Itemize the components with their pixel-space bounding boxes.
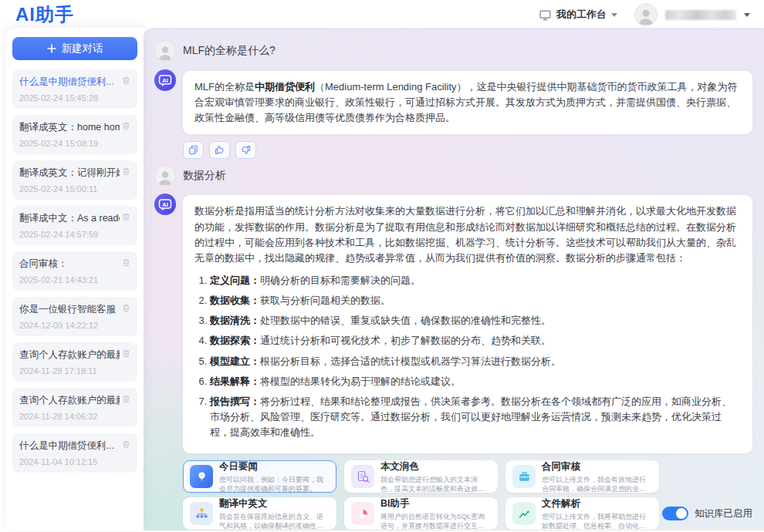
conversation-item[interactable]: 你是一位银行智能客服，... 2024-12-09 14:22:12 [12,297,137,336]
conversation-time: 2024-11-28 17:18:11 [19,366,130,375]
conversation-list: 什么是中期借贷便利... 2025-02-24 15:45:28 翻译成英文：h… [12,69,137,473]
conversation-item[interactable]: 什么是中期借贷便利... 2025-02-24 15:45:28 [12,69,137,109]
ai-avatar: AI [154,69,176,91]
feature-card-bi[interactable]: BI助手 将用户的自然语言转化为SQL查询语句，并直接与数据库进行交互，返回智能… [344,497,498,530]
new-chat-button[interactable]: 新建对话 [12,37,137,60]
feature-desc: 您可以上传文件，我将帮助您进行如数据处理、信息检索、自动化办公等。 [542,512,652,530]
analysis-steps-list: 定义问题：明确分析的目标和需要解决的问题。 数据收集：获取与分析问题相关的数据。… [194,273,741,440]
lightbulb-icon [190,465,213,488]
conversation-item[interactable]: 翻译成英文：home home 2025-02-24 15:08:19 [12,115,137,154]
step-item: 模型建立：根据分析目标，选择合适的统计模型或机器学习算法进行数据分析。 [210,354,741,369]
user-menu[interactable] [634,3,750,26]
knowledge-toggle-label: 知识库已启用 [695,507,752,520]
plus-icon [47,44,56,53]
user-message-text: 数据分析 [183,169,226,183]
conversation-time: 2024-12-09 14:22:12 [19,321,130,330]
feature-card-grid: 今日要闻 您可以问我，例如：今日要闻，我会尽力提供准确和可靠的答案。 本文润色 … [183,460,659,530]
conversation-item[interactable]: 合同审核： 2025-02-21 14:43:21 [12,251,137,291]
knowledge-base-toggle-group: 知识库已启用 [662,507,752,520]
feature-title: 本文润色 [380,460,491,473]
svg-text:AI: AI [162,201,168,208]
feature-card-translate[interactable]: 翻译中英文 我会旨在保留原始信息的含义、语气和风格，以确保翻译的准确性和自然流畅… [183,497,336,530]
feature-title: 今日要闻 [219,460,330,473]
conversation-title: 查询个人存款账户的最新... [19,394,120,407]
conversation-title: 你是一位银行智能客服，... [19,303,120,316]
ai-response-card: MLF的全称是中期借贷便利（Medium-term Lending Facili… [183,71,752,134]
svg-text:AI: AI [162,77,168,84]
conversation-title: 合同审核： [19,258,120,271]
user-message: 数据分析 [154,165,752,187]
conversation-item[interactable]: 翻译成中文：As a reader... 2025-02-24 14:57:59 [12,206,137,245]
chevron-down-icon [611,13,617,17]
trend-up-icon [512,502,536,525]
main-chat-panel: MLF的全称是什么? AI MLF的全称是中期借贷便利（Medium-term … [144,28,764,530]
step-item: 报告撰写：将分析过程、结果和结论整理成报告，供决策者参考。数据分析在各个领域都有… [210,394,741,440]
step-item: 数据收集：获取与分析问题相关的数据。 [210,293,741,308]
conversation-title: 翻译成中文：As a reader... [19,212,120,225]
conversation-title: 查询个人存款账户的最新... [19,348,120,362]
feature-title: 文件解析 [542,497,652,510]
pie-chart-icon [351,502,374,525]
step-item: 数据探索：通过统计分析和可视化技术，初步了解数据的分布、趋势和关联。 [210,333,741,348]
user-avatar [154,40,176,62]
workspace-label: 我的工作台 [556,8,607,22]
trash-icon[interactable] [121,121,131,131]
ai-message: AI 数据分析是指用适当的统计分析方法对收集来的大量数据进行分析，将它们加以汇总… [154,194,752,453]
ai-response-card: 数据分析是指用适当的统计分析方法对收集来的大量数据进行分析，将它们加以汇总和理解… [183,195,752,453]
app-logo: AI助手 [15,2,74,27]
conversation-title: 什么是中期借贷便利... [19,76,120,89]
conversation-item[interactable]: 什么是中期借贷便利... 2024-11-04 10:12:15 [12,433,137,473]
conversation-sidebar: 新建对话 什么是中期借贷便利... 2025-02-24 15:45:28 翻译… [6,28,144,530]
chevron-down-icon [744,13,750,17]
conversation-title: 什么是中期借贷便利... [19,439,120,453]
conversation-time: 2025-02-21 14:43:21 [19,275,130,285]
feature-desc: 您可以上传文件，我会有效地进行合同审核，确保合同满足您的业务需求。 [542,475,652,493]
sitemap-icon [190,502,213,525]
step-item: 结果解释：将模型的结果转化为易于理解的结论或建议。 [210,374,741,389]
ai-avatar: AI [154,194,176,215]
thumbs-up-button[interactable] [209,141,230,159]
conversation-time: 2025-02-24 15:45:28 [19,93,130,103]
ai-response-text: MLF的全称是中期借贷便利（Medium-term Lending Facili… [194,79,741,126]
feature-card-fileparse[interactable]: 文件解析 您可以上传文件，我将帮助您进行如数据处理、信息检索、自动化办公等。 [505,497,659,530]
feature-desc: 我会帮助您进行您输入的文本润色，提高文本的流畅度和表达效果。 [380,475,491,493]
thumbs-down-button[interactable] [235,141,256,159]
trash-icon[interactable] [121,258,131,268]
user-avatar [154,165,176,187]
conversation-item[interactable]: 查询个人存款账户的最新... 2024-11-28 17:18:11 [12,342,137,382]
toggle-knob [676,508,687,519]
trash-icon[interactable] [121,212,131,222]
conversation-item[interactable]: 翻译成英文：记得刚开始... 2025-02-24 15:00:11 [12,160,137,200]
conversation-time: 2025-02-24 14:57:59 [19,230,130,239]
top-bar: AI助手 我的工作台 [0,0,764,28]
trash-icon[interactable] [121,439,131,450]
conversation-time: 2025-02-24 15:08:19 [19,139,130,148]
conversation-time: 2024-11-04 10:12:15 [19,457,130,466]
monitor-icon [539,8,552,22]
step-item: 数据清洗：处理数据中的错误、重复或缺失值，确保数据的准确性和完整性。 [210,313,741,328]
conversation-title: 翻译成英文：记得刚开始... [19,167,120,180]
trash-icon[interactable] [121,348,131,359]
conversation-item[interactable]: 查询个人存款账户的最新... 2024-11-28 14:06:32 [12,388,137,427]
knowledge-toggle[interactable] [662,507,688,520]
feature-card-polish[interactable]: 本文润色 我会帮助您进行您输入的文本润色，提高文本的流畅度和表达效果。 [344,460,498,493]
user-message-text: MLF的全称是什么? [183,44,276,58]
feature-desc: 将用户的自然语言转化为SQL查询语句，并直接与数据库进行交互，返回智能推荐的图表… [380,512,491,530]
feature-card-contract[interactable]: 合同审核 您可以上传文件，我会有效地进行合同审核，确保合同满足您的业务需求。 [505,460,659,493]
trash-icon[interactable] [121,76,131,86]
conversation-time: 2025-02-24 15:00:11 [19,184,130,194]
conversation-time: 2024-11-28 14:06:32 [19,412,130,421]
trash-icon[interactable] [121,394,131,404]
feature-card-news[interactable]: 今日要闻 您可以问我，例如：今日要闻，我会尽力提供准确和可靠的答案。 [183,460,336,493]
user-avatar [634,3,658,26]
copy-button[interactable] [183,141,204,159]
ai-message: AI MLF的全称是中期借贷便利（Medium-term Lending Fac… [154,69,752,134]
user-message: MLF的全称是什么? [154,40,752,62]
message-actions [183,141,752,159]
ai-response-intro: 数据分析是指用适当的统计分析方法对收集来的大量数据进行分析，将它们加以汇总和理解… [194,204,741,266]
feature-title: BI助手 [380,497,491,510]
feature-desc: 我会旨在保留原始信息的含义、语气和风格，以确保翻译的准确性和自然流畅。 [219,512,330,530]
trash-icon[interactable] [121,303,131,313]
workspace-menu[interactable]: 我的工作台 [539,8,617,22]
trash-icon[interactable] [121,167,131,177]
